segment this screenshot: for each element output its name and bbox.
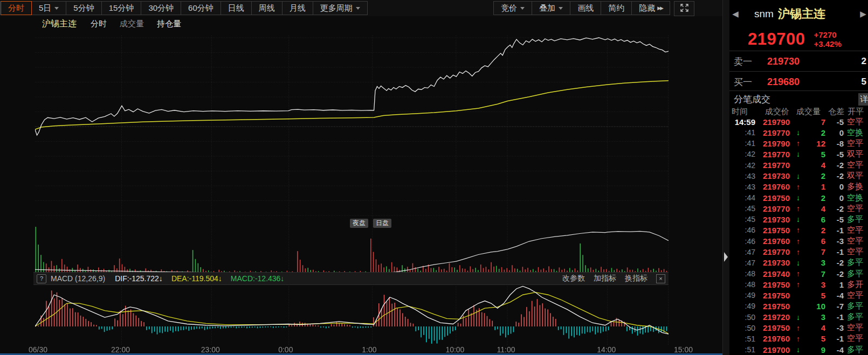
period-tab-60分钟[interactable]: 60分钟	[181, 1, 221, 15]
tool-button-隐藏[interactable]: 隐藏▶▶	[631, 1, 670, 15]
tick-row: :51219760↑5-1空平	[729, 333, 868, 344]
tick-price: 219790	[755, 139, 796, 148]
ticks-table[interactable]: 14:592197907-5空平:41219770↓20空换:41219790↑…	[729, 116, 868, 355]
tick-openclose-flag: 多平	[844, 301, 868, 311]
tick-price: 219740	[755, 269, 796, 279]
collapse-panel-icon[interactable]	[724, 252, 728, 262]
indicator-action-改参数[interactable]: 改参数	[562, 274, 585, 283]
tick-oi-delta: -4	[825, 291, 844, 300]
tick-openclose-flag: 空平	[844, 117, 868, 127]
ticks-detail-button[interactable]: 详	[858, 93, 868, 106]
period-button-group: 分时5日5分钟15分钟30分钟60分钟日线周线月线更多周期	[1, 1, 368, 15]
period-tab-周线[interactable]: 周线	[251, 1, 283, 15]
tick-row: :43219760↑10多换	[729, 182, 868, 192]
period-tab-更多周期[interactable]: 更多周期	[313, 1, 368, 15]
caret-down-icon	[520, 7, 525, 10]
session-button-夜盘[interactable]: 夜盘	[350, 219, 368, 228]
tick-openclose-flag: 空换	[844, 193, 868, 203]
tick-volume: 4	[804, 204, 825, 213]
tick-row: :48219750↑31多开	[729, 279, 868, 290]
tool-button-画线[interactable]: 画线	[570, 1, 601, 15]
tick-oi-delta: -2	[825, 258, 844, 267]
last-price-block: 219700 +7270 +3.42%	[729, 28, 868, 51]
quote-panel: ◀ snm 沪锡主连 ▶ 219700 +7270 +3.42% 卖一 2197…	[729, 0, 868, 355]
tick-time: :47	[729, 248, 755, 256]
tick-volume: 2	[804, 193, 825, 203]
tick-volume: 7	[804, 117, 825, 127]
session-button-日盘[interactable]: 日盘	[373, 219, 391, 228]
bid-price: 219680	[767, 76, 800, 88]
period-tab-30分钟[interactable]: 30分钟	[141, 1, 181, 15]
tool-button-简约[interactable]: 简约	[601, 1, 632, 15]
dif-value: DIF:-125.722↓	[115, 274, 163, 283]
tick-up-arrow-icon: ↑	[796, 280, 804, 289]
tick-time: :49	[729, 291, 755, 300]
fullscreen-button[interactable]	[674, 1, 694, 16]
period-tab-5分钟[interactable]: 5分钟	[66, 1, 101, 15]
tick-volume: 5	[804, 150, 825, 159]
tick-row: :422197704-2空平	[729, 160, 868, 171]
instrument-code: snm	[754, 8, 774, 20]
tick-time: :42	[729, 150, 755, 158]
caret-down-icon	[54, 7, 59, 10]
tick-volume: 5	[804, 291, 825, 300]
period-tab-5日[interactable]: 5日	[31, 1, 66, 15]
tick-row: :48219740↑7-2多平	[729, 268, 868, 279]
tick-volume: 6	[804, 215, 825, 224]
tick-openclose-flag: 多平	[844, 214, 868, 225]
tick-price: 219760	[755, 182, 796, 191]
legend-item-成交量[interactable]: 成交量	[120, 19, 144, 29]
tick-volume: 10	[804, 302, 825, 311]
ticks-table-header: 时间成交价成交量仓差开平	[729, 107, 868, 116]
legend-item-持仓量[interactable]: 持仓量	[157, 19, 181, 29]
tick-up-arrow-icon: ↑	[796, 204, 804, 213]
tick-up-arrow-icon: ↑	[796, 248, 804, 256]
indicator-action-换指标[interactable]: 换指标	[625, 274, 647, 283]
tick-volume: 3	[804, 258, 825, 267]
tick-oi-delta: -2	[825, 171, 844, 180]
tick-down-arrow-icon: ↓	[796, 345, 804, 354]
tool-button-叠加[interactable]: 叠加	[532, 1, 570, 15]
tool-button-竞价[interactable]: 竞价	[493, 1, 532, 15]
tick-oi-delta: -5	[825, 215, 844, 224]
tick-volume: 4	[804, 323, 825, 332]
tick-row: :46219760↑6-3空平	[729, 236, 868, 247]
prev-instrument-icon[interactable]: ◀	[729, 9, 741, 19]
period-tab-分时[interactable]: 分时	[1, 1, 32, 15]
period-tab-月线[interactable]: 月线	[282, 1, 313, 15]
tick-oi-delta: -2	[825, 161, 844, 170]
tick-price: 219760	[755, 236, 796, 246]
chart-canvas[interactable]	[35, 31, 669, 350]
next-instrument-icon[interactable]: ▶	[857, 9, 868, 19]
trading-app-window: 分时5日5分钟15分钟30分钟60分钟日线周线月线更多周期 竞价叠加画线简约隐藏…	[0, 0, 868, 355]
tick-oi-delta: -5	[825, 117, 844, 127]
time-axis-label: 10:00	[445, 345, 464, 354]
tick-volume: 12	[804, 139, 825, 148]
period-tab-15分钟[interactable]: 15分钟	[101, 1, 142, 15]
tick-openclose-flag: 多开	[844, 280, 868, 290]
time-axis-label: 11:00	[497, 345, 515, 354]
tick-time: :50	[729, 324, 755, 332]
ticks-header-成交量: 成交量	[796, 107, 821, 117]
tick-up-arrow-icon: ↑	[796, 139, 804, 148]
ticks-header-开平: 开平	[848, 107, 864, 117]
close-indicator-icon[interactable]: ×	[656, 274, 665, 283]
time-axis-label: 06/30	[29, 345, 47, 354]
tick-row: :46219750↑2-1空平	[729, 225, 868, 235]
tick-openclose-flag: 空平	[844, 160, 868, 170]
time-axis-label: 23:00	[201, 345, 220, 354]
tick-time: :45	[729, 204, 755, 213]
tick-row: :50219750↑4-3空平	[729, 323, 868, 333]
tick-openclose-flag: 双平	[844, 171, 868, 181]
legend-item-分时[interactable]: 分时	[91, 19, 107, 29]
tick-up-arrow-icon: ↑	[796, 237, 804, 246]
bid-row: 买一 219680 5	[729, 71, 868, 92]
time-axis-label: 0:00	[278, 345, 293, 354]
ticks-header-成交价: 成交价	[765, 107, 789, 117]
help-icon[interactable]: ?	[37, 274, 46, 283]
indicator-action-加指标[interactable]: 加指标	[594, 274, 616, 283]
period-tab-日线[interactable]: 日线	[221, 1, 252, 15]
panel-splitter[interactable]	[722, 0, 730, 355]
tick-price: 219750	[755, 302, 796, 311]
last-price: 219700	[748, 30, 805, 49]
